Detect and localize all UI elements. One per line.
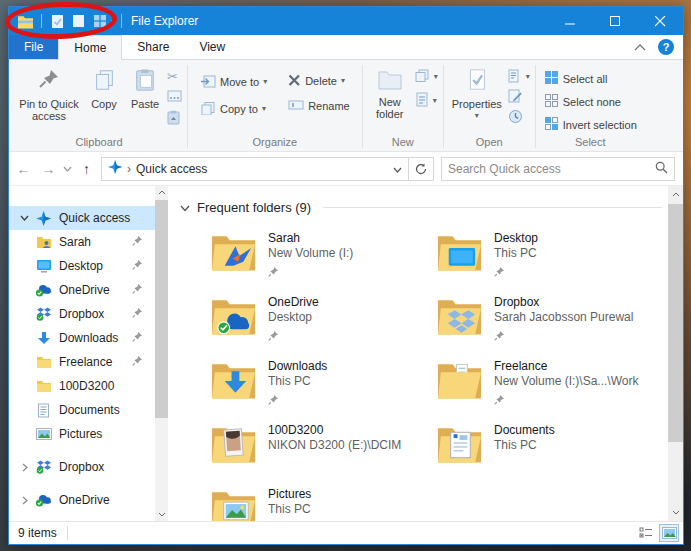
tab-view[interactable]: View <box>184 35 240 59</box>
sidebar-item-pictures[interactable]: Pictures <box>9 422 155 446</box>
minimize-button[interactable] <box>548 7 593 35</box>
folder-photo-icon <box>210 423 257 469</box>
tab-home[interactable]: Home <box>58 35 122 60</box>
section-divider <box>323 207 662 208</box>
chevron-right-icon[interactable] <box>14 496 35 505</box>
search-input[interactable] <box>448 162 655 176</box>
history-button[interactable] <box>508 109 530 126</box>
sidebar-item-quick-access[interactable]: Quick access <box>9 206 155 230</box>
sidebar-item-onedrive[interactable]: OneDrive <box>9 278 155 302</box>
main-scrollbar[interactable] <box>668 186 683 521</box>
new-folder-icon <box>377 67 403 94</box>
folder-tile-pictures[interactable]: Pictures This PC <box>210 487 436 521</box>
sidebar-scrollbar[interactable] <box>155 186 168 521</box>
folder-dropbox-icon <box>436 295 483 341</box>
sidebar-item-dropbox-root[interactable]: Dropbox <box>9 455 155 479</box>
rename-button[interactable]: Rename <box>288 99 350 113</box>
recent-locations-chevron-icon[interactable] <box>61 156 74 182</box>
sidebar-item-onedrive-root[interactable]: OneDrive <box>9 488 155 512</box>
qat-new-folder-icon[interactable] <box>68 10 89 32</box>
title-bar[interactable]: ▾ File Explorer <box>9 7 683 35</box>
copy-button[interactable]: Copy <box>85 65 123 112</box>
scroll-up-icon[interactable] <box>155 186 168 199</box>
breadcrumb-path[interactable]: Quick access <box>136 162 207 176</box>
refresh-button[interactable] <box>408 157 434 181</box>
sidebar-item-documents[interactable]: Documents <box>9 398 155 422</box>
folder-tile-onedrive[interactable]: OneDrive Desktop <box>210 295 436 341</box>
folder-tile-documents[interactable]: Documents This PC <box>436 423 666 469</box>
tile-name: Downloads <box>268 359 327 373</box>
chevron-down-icon[interactable] <box>14 215 35 221</box>
folder-tile-sarah[interactable]: Sarah New Volume (I:) <box>210 231 436 277</box>
edit-button[interactable] <box>508 89 530 105</box>
scroll-down-icon[interactable] <box>668 506 683 519</box>
move-to-button[interactable]: Move to▾ <box>200 74 267 90</box>
tile-location: New Volume (I:)\Sa...\Work <box>494 374 639 388</box>
close-button[interactable] <box>638 7 683 35</box>
qat-customize-grid-icon[interactable] <box>89 10 110 32</box>
folder-document-icon <box>436 423 483 469</box>
copy-to-button[interactable]: Copy to▾ <box>200 101 267 117</box>
large-icons-view-button[interactable] <box>659 524 679 542</box>
open-with-button[interactable]: ▾ <box>508 69 530 85</box>
pin-icon <box>132 283 143 297</box>
paste-button[interactable]: Paste <box>126 65 164 112</box>
sidebar-item-freelance[interactable]: Freelance <box>9 350 155 374</box>
folder-tile-freelance[interactable]: Freelance New Volume (I:)\Sa...\Work <box>436 359 666 405</box>
sidebar-item-desktop[interactable]: Desktop <box>9 254 155 278</box>
address-bar[interactable]: › Quick access <box>101 157 409 181</box>
folder-tile-100d3200[interactable]: 100D3200 NIKON D3200 (E:)\DCIM <box>210 423 436 469</box>
details-view-button[interactable] <box>636 524 656 542</box>
pin-icon <box>494 263 538 281</box>
pin-to-quick-access-button[interactable]: Pin to Quick access <box>16 65 82 125</box>
user-folder-icon <box>35 235 52 249</box>
scroll-up-icon[interactable] <box>668 188 683 201</box>
help-icon[interactable]: ? <box>658 39 674 55</box>
tile-name: Documents <box>494 423 555 437</box>
new-item-icon <box>415 69 430 84</box>
scrollbar-thumb[interactable] <box>155 200 168 418</box>
copy-path-button[interactable] <box>167 90 182 104</box>
sidebar-item-100d3200[interactable]: 100D3200 <box>9 374 155 398</box>
sidebar-item-downloads[interactable]: Downloads <box>9 326 155 350</box>
scroll-down-icon[interactable] <box>155 508 168 521</box>
tile-name: Dropbox <box>494 295 633 309</box>
properties-button[interactable]: Properties ▾ <box>449 65 505 122</box>
ribbon-group-open: Properties ▾ ▾ Open <box>444 62 535 151</box>
search-box[interactable] <box>441 157 675 181</box>
folder-tile-downloads[interactable]: Downloads This PC <box>210 359 436 405</box>
chevron-right-icon[interactable] <box>14 463 35 472</box>
sidebar-item-sarah[interactable]: Sarah <box>9 230 155 254</box>
delete-button[interactable]: Delete▾ <box>288 74 350 88</box>
up-button[interactable]: ↑ <box>74 156 99 182</box>
folder-tile-desktop[interactable]: Desktop This PC <box>436 231 666 277</box>
tab-share[interactable]: Share <box>122 35 184 59</box>
qat-properties-icon[interactable] <box>47 10 68 32</box>
collapse-ribbon-chevron-icon[interactable] <box>634 40 646 54</box>
back-button[interactable]: ← <box>11 156 36 182</box>
folder-tile-dropbox[interactable]: Dropbox Sarah Jacobsson Purewal <box>436 295 666 341</box>
new-folder-button[interactable]: New folder <box>368 65 412 123</box>
section-collapse-chevron-icon[interactable] <box>180 200 190 215</box>
tab-file[interactable]: File <box>9 35 58 59</box>
maximize-button[interactable] <box>593 7 638 35</box>
select-all-button[interactable]: Select all <box>544 70 637 87</box>
scrollbar-thumb[interactable] <box>668 204 683 442</box>
address-dropdown-chevron-icon[interactable] <box>393 162 402 176</box>
cut-button[interactable]: ✂ <box>167 69 182 84</box>
select-none-button[interactable]: Select none <box>544 93 637 110</box>
pin-icon <box>494 327 633 345</box>
pin-icon <box>132 235 143 249</box>
easy-access-button[interactable]: ▾ <box>415 92 438 109</box>
paste-shortcut-button[interactable] <box>167 110 182 127</box>
new-item-button[interactable]: ▾ <box>415 69 438 84</box>
invert-selection-button[interactable]: Invert selection <box>544 116 637 133</box>
tile-location: This PC <box>494 438 555 452</box>
forward-button[interactable]: → <box>36 156 61 182</box>
copy-icon <box>92 67 116 96</box>
sidebar-item-dropbox[interactable]: Dropbox <box>9 302 155 326</box>
ribbon-group-clipboard: Pin to Quick access Copy Paste ✂ Clipboa… <box>11 62 187 151</box>
section-header[interactable]: Frequent folders (9) <box>180 200 666 215</box>
qat-dropdown-chevron-icon[interactable]: ▾ <box>111 17 115 26</box>
tile-name: Desktop <box>494 231 538 245</box>
